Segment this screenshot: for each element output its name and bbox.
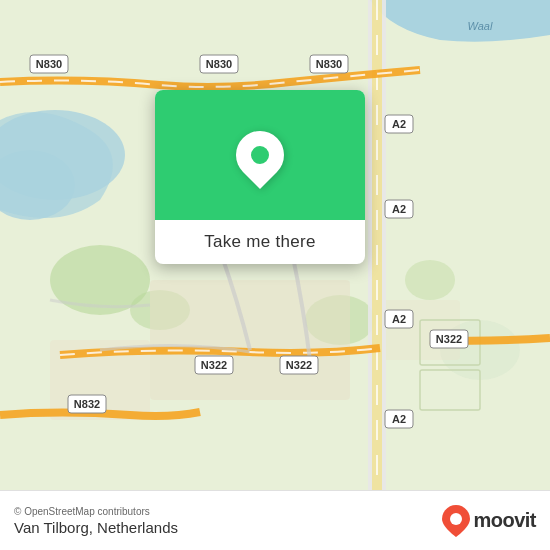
svg-text:A2: A2 — [392, 118, 406, 130]
svg-text:A2: A2 — [392, 313, 406, 325]
pin-dot — [247, 142, 272, 167]
pin-shape — [226, 121, 294, 189]
svg-text:A2: A2 — [392, 203, 406, 215]
footer-left: © OpenStreetMap contributors Van Tilborg… — [14, 506, 178, 536]
svg-text:A2: A2 — [392, 413, 406, 425]
osm-credit: © OpenStreetMap contributors — [14, 506, 178, 517]
svg-text:N832: N832 — [74, 398, 100, 410]
popup-green-header — [155, 90, 365, 220]
footer: © OpenStreetMap contributors Van Tilborg… — [0, 490, 550, 550]
popup-card: Take me there — [155, 90, 365, 264]
svg-text:N830: N830 — [316, 58, 342, 70]
svg-text:Waal: Waal — [468, 20, 493, 32]
svg-text:N322: N322 — [436, 333, 462, 345]
svg-text:N322: N322 — [286, 359, 312, 371]
svg-point-39 — [450, 513, 462, 525]
moovit-pin-icon — [442, 505, 470, 537]
take-me-there-label: Take me there — [204, 232, 316, 251]
popup-button-area[interactable]: Take me there — [155, 220, 365, 264]
svg-text:N322: N322 — [201, 359, 227, 371]
moovit-text: moovit — [473, 509, 536, 532]
location-name: Van Tilborg, Netherlands — [14, 519, 178, 536]
svg-point-6 — [405, 260, 455, 300]
location-pin — [233, 128, 287, 182]
moovit-logo: moovit — [442, 505, 536, 537]
map-container: N830 N830 N830 A2 A2 A2 A2 N322 N322 N32… — [0, 0, 550, 490]
svg-rect-8 — [150, 280, 350, 400]
svg-text:N830: N830 — [36, 58, 62, 70]
svg-text:N830: N830 — [206, 58, 232, 70]
